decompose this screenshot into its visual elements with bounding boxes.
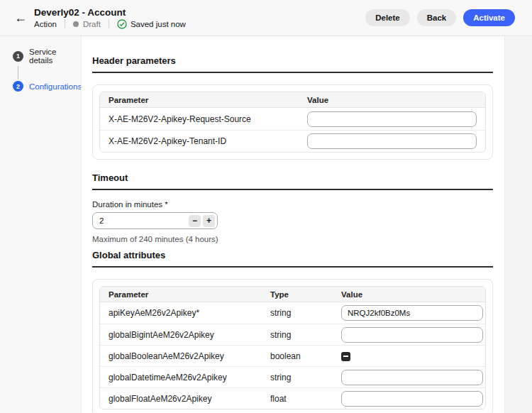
parameter-name: globalDatetimeAeM26v2Apikey [109, 373, 270, 382]
global-attributes-table: Parameter Type Value apiKeyAeM26v2Apikey… [99, 286, 486, 409]
table-body: apiKeyAeM26v2Apikey* string globalBigint… [100, 302, 485, 409]
back-button[interactable]: Back [417, 9, 457, 26]
draft-status-dot-icon [73, 21, 79, 27]
header-parameters-card: Parameter Value X-AE-M26V2-Apikey-Reques… [92, 84, 493, 160]
table-row: X-AE-M26V2-Apikey-Tenant-ID [100, 130, 485, 152]
meta-row: Action Draft Saved just now [34, 19, 186, 29]
draft-status-badge: Draft [83, 20, 101, 28]
global-attributes-card: Parameter Type Value apiKeyAeM26v2Apikey… [92, 279, 493, 413]
check-circle-icon [117, 19, 127, 29]
value-input[interactable] [341, 391, 483, 407]
table-row: apiKeyAeM26v2Apikey* string [100, 302, 485, 324]
parameter-name: X-AE-M26V2-Apikey-Request-Source [109, 114, 307, 124]
saved-status: Saved just now [117, 19, 186, 29]
value-cell [341, 305, 483, 321]
parameter-name: globalBooleanAeM26v2Apikey [109, 351, 270, 361]
parameter-name: globalFloatAeM26v2Apikey [109, 394, 270, 404]
step-1-label: Service details [29, 48, 81, 65]
topbar: ← Deverly02 - Account Action Draft Saved… [0, 0, 532, 36]
section-divider [92, 189, 493, 190]
column-header-parameter: Parameter [109, 290, 270, 299]
step-connector [18, 66, 18, 79]
parameter-name: apiKeyAeM26v2Apikey* [109, 308, 270, 318]
value-cell [307, 133, 477, 149]
boolean-checkbox-indeterminate[interactable] [341, 352, 350, 361]
section-divider [92, 72, 493, 73]
table-body: X-AE-M26V2-Apikey-Request-Source X-AE-M2… [100, 108, 485, 152]
app-window: ← Deverly02 - Account Action Draft Saved… [0, 0, 532, 413]
parameter-name: X-AE-M26V2-Apikey-Tenant-ID [109, 136, 307, 146]
right-gutter [505, 36, 532, 413]
steps-sidebar: 1 Service details 2 Configurations [0, 36, 81, 413]
main-area: 1 Service details 2 Configurations Heade… [0, 36, 532, 413]
value-cell [341, 351, 477, 360]
global-attributes-heading: Global attributes [92, 250, 493, 260]
value-input[interactable] [307, 133, 477, 149]
activate-button[interactable]: Activate [463, 9, 515, 26]
duration-helper-text: Maximum of 240 minutes (4 hours) [92, 235, 493, 243]
header-parameters-table: Parameter Value X-AE-M26V2-Apikey-Reques… [99, 92, 486, 153]
column-header-value: Value [341, 290, 477, 299]
table-header-row: Parameter Value [100, 92, 485, 108]
value-cell [341, 370, 483, 385]
delete-button[interactable]: Delete [365, 9, 410, 26]
increment-button[interactable]: + [203, 215, 215, 227]
parameter-type: string [270, 330, 341, 340]
value-input[interactable] [341, 305, 483, 321]
action-label: Action [34, 20, 57, 28]
value-cell [341, 327, 483, 343]
step-2-label: Configurations [29, 82, 82, 91]
table-row: globalBigintAeM26v2Apikey string [100, 324, 485, 345]
step-configurations[interactable]: 2 Configurations [0, 81, 81, 92]
parameter-type: boolean [270, 351, 341, 361]
saved-label: Saved just now [131, 20, 186, 28]
value-input[interactable] [307, 111, 477, 127]
parameter-type: float [270, 394, 341, 404]
value-cell [307, 111, 477, 127]
table-row: X-AE-M26V2-Apikey-Request-Source [100, 108, 485, 130]
duration-stepper: − + [92, 212, 218, 229]
decrement-button[interactable]: − [189, 215, 201, 227]
meta-separator [65, 19, 65, 28]
parameter-name: globalBigintAeM26v2Apikey [109, 330, 270, 340]
step-1-circle: 1 [13, 51, 23, 62]
value-input[interactable] [341, 327, 483, 343]
header-parameters-heading: Header parameters [92, 55, 493, 66]
column-header-parameter: Parameter [109, 96, 307, 104]
title-block: Deverly02 - Account Action Draft Saved j… [34, 7, 186, 29]
value-input[interactable] [341, 370, 483, 385]
value-cell [341, 391, 483, 407]
step-2-circle: 2 [13, 81, 23, 92]
meta-separator [109, 19, 109, 28]
column-header-value: Value [307, 96, 477, 104]
parameter-type: string [270, 373, 341, 382]
topbar-actions: Delete Back Activate [365, 9, 515, 26]
back-arrow-icon[interactable]: ← [11, 9, 30, 27]
table-row: globalDatetimeAeM26v2Apikey string [100, 366, 485, 387]
page-title: Deverly02 - Account [34, 7, 186, 18]
table-row: globalBooleanAeM26v2Apikey boolean [100, 345, 485, 366]
section-divider [92, 266, 493, 268]
timeout-heading: Timeout [92, 172, 493, 183]
table-header-row: Parameter Type Value [100, 287, 485, 302]
duration-input[interactable] [99, 216, 187, 225]
content-panel: Header parameters Parameter Value X-AE-M… [81, 36, 505, 413]
column-header-type: Type [270, 290, 341, 299]
table-row: globalFloatAeM26v2Apikey float [100, 387, 485, 409]
parameter-type: string [270, 308, 341, 318]
step-service-details[interactable]: 1 Service details [0, 48, 81, 65]
duration-label: Duration in minutes * [92, 200, 493, 209]
